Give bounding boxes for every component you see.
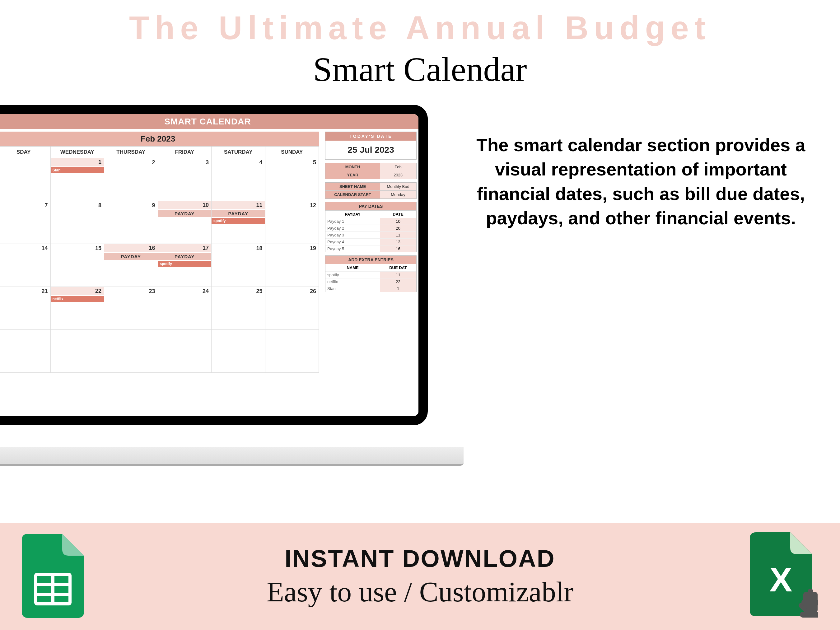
calendar-cell[interactable]: [51, 330, 104, 373]
row-date[interactable]: 22: [380, 278, 416, 285]
calendar-day-header: THURSDAY: [104, 147, 158, 158]
calendar-date: 12: [310, 202, 316, 209]
calendar-tag: netflix: [51, 296, 104, 302]
calendar-cell[interactable]: 24: [158, 287, 212, 330]
today-box: TODAY'S DATE 25 Jul 2023: [325, 132, 417, 159]
row-name[interactable]: Payday 1: [325, 218, 380, 225]
row-date[interactable]: 11: [380, 272, 416, 278]
extra-head-name: NAME: [325, 264, 380, 271]
calendar-date: 9: [152, 202, 155, 209]
row-date[interactable]: 11: [380, 232, 416, 238]
calendar-cell[interactable]: 9: [104, 201, 158, 244]
extra-entries-box: ADD EXTRA ENTRIES NAME DUE DAT spotify11…: [325, 256, 417, 292]
setting-row: SHEET NAMEMonthly Bud: [325, 183, 416, 190]
calendar-cell[interactable]: 25: [212, 287, 265, 330]
table-row: netflix22: [325, 278, 416, 285]
calendar-cell[interactable]: [158, 330, 212, 373]
excel-download-icon: X: [750, 532, 818, 621]
calendar-date: 14: [41, 245, 47, 252]
calendar-tag: PAYDAY: [158, 253, 212, 260]
calendar-cell[interactable]: [265, 330, 319, 373]
calendar-tag: Stan: [51, 167, 104, 173]
calendar-cell[interactable]: [104, 330, 158, 373]
calendar-grid: SDAYWEDNESDAYTHURSDAYFRIDAYSATURDAYSUNDA…: [0, 146, 319, 373]
calendar-date: 4: [259, 159, 262, 166]
row-name[interactable]: Payday 3: [325, 232, 380, 238]
calendar-cell[interactable]: [0, 330, 51, 373]
calendar-banner: SMART CALENDAR: [0, 114, 418, 129]
svg-text:X: X: [769, 560, 792, 598]
table-row: Payday 110: [325, 218, 416, 225]
calendar-cell[interactable]: 8: [51, 201, 104, 244]
calendar-cell[interactable]: 21: [0, 287, 51, 330]
calendar-cell[interactable]: 4: [212, 158, 265, 201]
setting-key: SHEET NAME: [325, 183, 380, 190]
calendar-cell[interactable]: 16PAYDAY: [104, 244, 158, 287]
calendar-date: 18: [256, 245, 262, 252]
pay-head-date: DATE: [380, 210, 416, 218]
calendar-day-header: SDAY: [0, 147, 51, 158]
calendar-cell[interactable]: 23: [104, 287, 158, 330]
row-name[interactable]: Payday 2: [325, 225, 380, 232]
calendar-cell[interactable]: 14: [0, 244, 51, 287]
calendar-main: Feb 2023 SDAYWEDNESDAYTHURSDAYFRIDAYSATU…: [0, 132, 319, 416]
calendar-date: 2: [152, 159, 155, 166]
row-date[interactable]: 16: [380, 245, 416, 252]
table-row: Payday 220: [325, 225, 416, 232]
setting-row: CALENDAR STARTMonday: [325, 190, 416, 199]
pay-dates-title: PAY DATES: [325, 202, 416, 210]
setting-key: CALENDAR START: [325, 191, 380, 199]
row-date[interactable]: 13: [380, 238, 416, 245]
calendar-day-header: SATURDAY: [212, 147, 265, 158]
calendar-cell[interactable]: 3: [158, 158, 212, 201]
calendar-date: 3: [206, 159, 209, 166]
calendar-date: 22: [51, 287, 104, 295]
laptop-base: [0, 447, 464, 466]
calendar-date: 7: [44, 202, 47, 209]
calendar-cell[interactable]: 11PAYDAYspotify: [212, 201, 265, 244]
row-date[interactable]: 10: [380, 218, 416, 225]
calendar-sidebar: TODAY'S DATE 25 Jul 2023 MONTHFebYEAR202…: [325, 132, 418, 416]
calendar-cell[interactable]: 18: [212, 244, 265, 287]
calendar-cell[interactable]: 1Stan: [51, 158, 104, 201]
calendar-cell[interactable]: 15: [51, 244, 104, 287]
calendar-cell[interactable]: 7: [0, 201, 51, 244]
calendar-cell[interactable]: 5: [265, 158, 319, 201]
row-name[interactable]: Stan: [325, 285, 380, 292]
calendar-cell[interactable]: 2: [104, 158, 158, 201]
setting-row: YEAR2023: [325, 171, 416, 179]
row-name[interactable]: Payday 5: [325, 245, 380, 252]
setting-value[interactable]: 2023: [380, 171, 416, 179]
calendar-date: 8: [98, 202, 101, 209]
subtitle: Smart Calendar: [0, 50, 840, 89]
table-row: Payday 516: [325, 245, 416, 252]
pay-dates-box: PAY DATES PAYDAY DATE Payday 110Payday 2…: [325, 202, 417, 252]
row-name[interactable]: spotify: [325, 272, 380, 278]
calendar-tag: PAYDAY: [212, 210, 265, 217]
setting-value[interactable]: Monthly Bud: [380, 183, 416, 190]
laptop-mockup: SMART CALENDAR Feb 2023 SDAYWEDNESDAYTHU…: [0, 105, 442, 466]
calendar-tag: PAYDAY: [158, 210, 212, 217]
row-date[interactable]: 20: [380, 225, 416, 232]
setting-value[interactable]: Feb: [380, 163, 416, 171]
calendar-tag: spotify: [158, 261, 212, 267]
calendar-cell[interactable]: 22netflix: [51, 287, 104, 330]
calendar-cell[interactable]: 10PAYDAY: [158, 201, 212, 244]
calendar-cell[interactable]: [212, 330, 265, 373]
calendar-day-header: FRIDAY: [158, 147, 212, 158]
calendar-day-header: WEDNESDAY: [51, 147, 104, 158]
row-name[interactable]: Payday 4: [325, 238, 380, 245]
row-date[interactable]: 1: [380, 285, 416, 292]
calendar-cell[interactable]: [0, 158, 51, 201]
calendar-day-header: SUNDAY: [265, 147, 319, 158]
easy-to-use-text: Easy to use / Customizablr: [267, 575, 573, 608]
main-title: The Ultimate Annual Budget: [0, 0, 840, 47]
row-name[interactable]: netflix: [325, 278, 380, 285]
calendar-date: 10: [158, 201, 212, 209]
setting-value[interactable]: Monday: [380, 191, 416, 199]
calendar-cell[interactable]: 19: [265, 244, 319, 287]
calendar-cell[interactable]: 26: [265, 287, 319, 330]
today-value: 25 Jul 2023: [325, 141, 416, 159]
calendar-cell[interactable]: 17PAYDAYspotify: [158, 244, 212, 287]
calendar-cell[interactable]: 12: [265, 201, 319, 244]
